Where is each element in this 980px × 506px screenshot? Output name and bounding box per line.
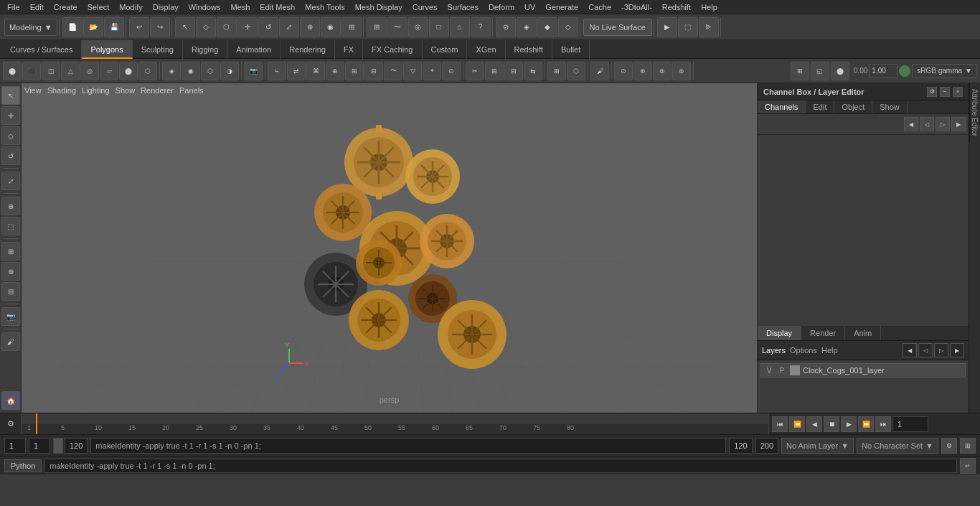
layers-btn-options[interactable]: Options xyxy=(790,346,817,355)
dra-tab-anim[interactable]: Anim xyxy=(845,326,881,340)
tb2-paint-btn[interactable]: 🖌 xyxy=(590,62,609,80)
play-next-btn[interactable]: ⏩ xyxy=(858,416,874,432)
timeline-ruler[interactable]: 1 5 10 15 20 25 30 35 40 45 50 55 60 65 … xyxy=(22,413,768,434)
tb2-lights3-btn[interactable]: ⬡ xyxy=(201,62,220,80)
tab-sculpting[interactable]: Sculpting xyxy=(133,40,183,59)
select-tool-btn[interactable]: ↖ xyxy=(1,86,20,105)
menu-curves[interactable]: Curves xyxy=(408,0,442,14)
menu-windows[interactable]: Windows xyxy=(184,0,225,14)
tb2-uv-btn[interactable]: ⊞ xyxy=(547,62,566,80)
tb2-bevel-btn[interactable]: ⌘ xyxy=(306,62,325,80)
python-tab[interactable]: Python xyxy=(4,459,42,472)
char-set-dropdown[interactable]: No Character Set ▼ xyxy=(857,438,938,454)
frame-range-field[interactable]: 1 xyxy=(29,438,50,454)
layers-btn-help[interactable]: Help xyxy=(821,346,838,355)
tab-redshift[interactable]: Redshift xyxy=(506,40,552,59)
menu-file[interactable]: File xyxy=(3,0,24,14)
current-frame-input[interactable]: 1 xyxy=(892,416,928,432)
play-first-btn[interactable]: ⏮ xyxy=(772,416,788,432)
tb2-camera-btn[interactable]: 📷 xyxy=(244,62,263,80)
soft-mod-btn[interactable]: ◉ xyxy=(321,17,341,37)
frame-all-btn[interactable]: ⬚ xyxy=(1,217,20,235)
tb2-cut-btn[interactable]: ✂ xyxy=(466,62,484,80)
layer-item[interactable]: V P Clock_Cogs_001_layer xyxy=(760,363,966,378)
undo-btn[interactable]: ↩ xyxy=(129,17,149,37)
menu-display[interactable]: Display xyxy=(149,0,183,14)
lt-home-btn[interactable]: 🏠 xyxy=(1,391,20,410)
tb2-remesh-btn[interactable]: ⊙ xyxy=(442,62,461,80)
tb2-bool-btn[interactable]: ⊕ xyxy=(326,62,344,80)
tb2-cylinder-btn[interactable]: ◫ xyxy=(42,62,60,80)
tb2-insert-loop-btn[interactable]: ⊞ xyxy=(485,62,504,80)
cb-ctrl-minimize[interactable]: − xyxy=(940,87,950,97)
tb2-reduce-btn[interactable]: ▽ xyxy=(403,62,422,80)
menu-select[interactable]: Select xyxy=(83,0,114,14)
layer-add-btn[interactable]: ◀ xyxy=(903,343,917,357)
layer-sort2-btn[interactable]: ▷ xyxy=(934,343,948,357)
attribute-editor-tab[interactable]: Attribute Editor xyxy=(969,83,981,142)
tb2-slide-btn[interactable]: ⇆ xyxy=(524,62,542,80)
tb2-sphere-btn[interactable]: ⬤ xyxy=(3,62,22,80)
snap-help-btn[interactable]: ? xyxy=(471,17,491,37)
end-frame2-field[interactable]: 200 xyxy=(755,438,778,454)
status-settings-btn[interactable]: ⚙ xyxy=(941,438,957,454)
tb2-torus-btn[interactable]: ◎ xyxy=(80,62,99,80)
tab-bullet[interactable]: Bullet xyxy=(552,40,590,59)
timeline-settings-btn[interactable]: ⚙ xyxy=(0,413,22,434)
keying-btn[interactable]: ◈ xyxy=(517,17,537,37)
menu-edit-mesh[interactable]: Edit Mesh xyxy=(255,0,299,14)
menu-mesh-tools[interactable]: Mesh Tools xyxy=(301,0,349,14)
tab-xgen[interactable]: XGen xyxy=(467,40,505,59)
viewport[interactable]: View Shading Lighting Show Renderer Pane… xyxy=(22,83,757,413)
play-last-btn[interactable]: ⏭ xyxy=(875,416,891,432)
scale-tool-btn[interactable]: ⤢ xyxy=(1,172,20,190)
end-frame-field[interactable]: 120 xyxy=(729,438,752,454)
menu-create[interactable]: Create xyxy=(50,0,82,14)
redo-btn[interactable]: ↪ xyxy=(150,17,170,37)
tb2-lights2-btn[interactable]: ◉ xyxy=(182,62,200,80)
cb-tab-edit[interactable]: Edit xyxy=(806,100,834,113)
tab-rigging[interactable]: Rigging xyxy=(183,40,227,59)
tb2-smooth-btn[interactable]: 〜 xyxy=(384,62,402,80)
anim-layer-dropdown[interactable]: No Anim Layer ▼ xyxy=(781,438,854,454)
frame-range-end-field[interactable]: 120 xyxy=(65,438,88,454)
play-fwd-btn[interactable]: ▶ xyxy=(841,416,857,432)
menu-redshift[interactable]: Redshift xyxy=(658,0,695,14)
cb-ctrl-close[interactable]: × xyxy=(953,87,963,97)
tb2-uv2-btn[interactable]: ⬡ xyxy=(567,62,585,80)
live-surface-btn[interactable]: No Live Surface xyxy=(583,19,652,36)
move-btn[interactable]: ✛ xyxy=(237,17,258,37)
cb-tab-show[interactable]: Show xyxy=(872,100,908,113)
menu-help[interactable]: Help xyxy=(697,0,722,14)
cb-ctrl-settings[interactable]: ⚙ xyxy=(927,87,937,97)
tb2-lights4-btn[interactable]: ◑ xyxy=(220,62,239,80)
menu-uv[interactable]: UV xyxy=(520,0,540,14)
rotate-tool-btn[interactable]: ↺ xyxy=(1,146,20,165)
tb2-lights-btn[interactable]: ◈ xyxy=(162,62,181,80)
menu-deform[interactable]: Deform xyxy=(484,0,519,14)
lt-minus-btn[interactable]: ⊟ xyxy=(1,282,20,301)
status-extra-btn[interactable]: ⊞ xyxy=(960,438,976,454)
tb2-wireframe-btn[interactable]: ◱ xyxy=(811,62,829,80)
tb2-bridge-btn[interactable]: ⇌ xyxy=(287,62,306,80)
tb2-combine-btn[interactable]: ⊞ xyxy=(345,62,364,80)
cb-tb-left[interactable]: ◀ xyxy=(904,117,918,131)
tb2-misc3-btn[interactable]: ⊚ xyxy=(653,62,672,80)
snap-live-btn[interactable]: ⌂ xyxy=(450,17,470,37)
show-manip-btn[interactable]: ⊞ xyxy=(341,17,362,37)
play-stop-btn[interactable]: ⏹ xyxy=(824,416,839,432)
tb2-misc1-btn[interactable]: ⊙ xyxy=(614,62,633,80)
tb2-shaded-btn[interactable]: ⬤ xyxy=(831,62,849,80)
menu-generate[interactable]: Generate xyxy=(541,0,583,14)
lt-paint-btn[interactable]: 🖌 xyxy=(1,332,20,351)
tb2-disk-btn[interactable]: ⬤ xyxy=(119,62,138,80)
layer-sort-btn[interactable]: ◁ xyxy=(918,343,933,357)
tb2-extrude-btn[interactable]: ⤷ xyxy=(268,62,286,80)
command-output[interactable]: makeIdentity -apply true -t 1 -r 1 -s 1 … xyxy=(44,459,957,473)
play-prev-btn[interactable]: ⏪ xyxy=(789,416,805,432)
snap-tool-btn[interactable]: ⊕ xyxy=(1,197,20,215)
tb2-offset-loop-btn[interactable]: ⊟ xyxy=(504,62,523,80)
tab-fx-caching[interactable]: FX Caching xyxy=(363,40,422,59)
tb2-fill-btn[interactable]: ⌖ xyxy=(423,62,441,80)
lt-camera-btn[interactable]: 📷 xyxy=(1,307,20,326)
